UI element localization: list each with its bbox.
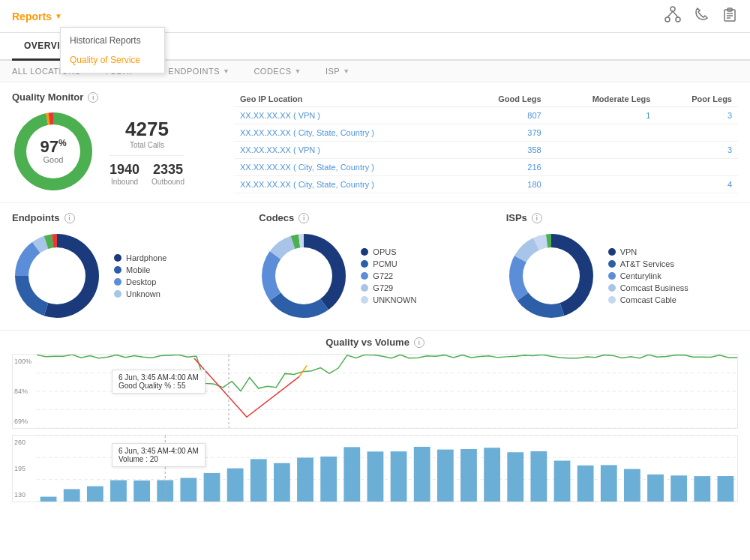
- codecs-donut: [259, 231, 349, 321]
- endpoints-legend: HardphoneMobileDesktopUnknown: [114, 253, 166, 298]
- clipboard-icon[interactable]: [722, 6, 738, 26]
- legend-dot: [361, 296, 368, 304]
- quality-monitor-info-icon[interactable]: i: [88, 92, 98, 103]
- svg-point-1: [665, 17, 670, 22]
- legend-item: Comcast Cable: [608, 295, 688, 304]
- qm-content: 97% Good 4275 Total Calls 1940 Inbound: [12, 110, 222, 193]
- legend-label: G722: [373, 271, 393, 280]
- codecs-panel: Codecs i OPUSPCMUG722G729UNKNOWN: [259, 212, 490, 321]
- inbound-stat: 1940 Inbound: [110, 162, 140, 186]
- total-calls-number: 4275: [110, 118, 184, 141]
- good-legs-cell: 180: [461, 176, 547, 193]
- legend-dot: [114, 266, 122, 274]
- quality-of-service-item[interactable]: Quality of Service: [61, 50, 164, 70]
- middle-section: Endpoints i HardphoneMobileDesktopUnknow…: [0, 203, 750, 331]
- poor-legs-cell: 4: [656, 176, 738, 193]
- endpoints-donut: [12, 231, 102, 321]
- legend-item: UNKNOWN: [361, 295, 416, 304]
- legend-label: VPN: [620, 247, 638, 256]
- legend-label: Hardphone: [126, 253, 166, 262]
- geo-location-cell: XX.XX.XX.XX ( VPN ): [234, 107, 461, 124]
- historical-reports-item[interactable]: Historical Reports: [61, 31, 164, 50]
- volume-chart-area: 6 Jun, 3:45 AM-4:00 AM Volume : 20: [37, 436, 737, 502]
- legend-item: Mobile: [114, 265, 166, 274]
- legend-label: Unknown: [126, 289, 160, 298]
- legend-label: OPUS: [373, 247, 396, 256]
- legend-dot: [608, 260, 616, 268]
- legend-item: Unknown: [114, 289, 166, 298]
- total-calls: 4275 Total Calls: [110, 118, 184, 156]
- table-row: XX.XX.XX.XX ( City, State, Country ) 379: [234, 124, 738, 142]
- isps-panel: ISPs i VPNAT&T ServicesCenturylinkComcas…: [506, 212, 738, 321]
- volume-y-labels: 260 195 130: [13, 436, 37, 502]
- quality-chart: 100% 84% 69% 6 Jun, 3:45 AM-4:00 AM Good…: [12, 354, 738, 429]
- legend-item: Comcast Business: [608, 283, 688, 292]
- header: Reports Historical Reports Quality of Se…: [0, 0, 750, 33]
- filter-endpoints[interactable]: ENDPOINTS ▼: [168, 67, 230, 76]
- svg-line-3: [668, 11, 673, 17]
- reports-button[interactable]: Reports: [12, 10, 62, 22]
- geo-location-header: Geo IP Location: [234, 91, 461, 107]
- legend-item: PCMU: [361, 259, 416, 268]
- inbound-outbound: 1940 Inbound 2335 Outbound: [110, 162, 184, 186]
- geo-table: Geo IP Location Good Legs Moderate Legs …: [234, 91, 738, 193]
- isps-title: ISPs i: [506, 212, 738, 223]
- inbound-label: Inbound: [110, 178, 140, 186]
- quality-y-labels: 100% 84% 69%: [13, 355, 37, 428]
- legend-label: G729: [373, 283, 393, 292]
- legend-item: VPN: [608, 247, 688, 256]
- isps-donut: [506, 231, 596, 321]
- donut-center-label: 97% Good: [40, 139, 66, 164]
- legend-dot: [114, 278, 122, 286]
- legend-label: PCMU: [373, 259, 397, 268]
- table-row: XX.XX.XX.XX ( VPN ) 358 3: [234, 142, 738, 159]
- isps-info-icon[interactable]: i: [532, 213, 542, 223]
- moderate-legs-cell: [548, 159, 657, 176]
- quality-donut: 97% Good: [12, 110, 94, 193]
- quality-good-label: Good: [40, 155, 66, 164]
- legend-label: Comcast Cable: [620, 295, 676, 304]
- codecs-donut-row: OPUSPCMUG722G729UNKNOWN: [259, 231, 490, 321]
- table-row: XX.XX.XX.XX ( VPN ) 807 1 3: [234, 107, 738, 124]
- legend-label: UNKNOWN: [373, 295, 416, 304]
- good-legs-header: Good Legs: [461, 91, 547, 107]
- moderate-legs-cell: [548, 142, 657, 159]
- filter-codecs[interactable]: CODECS ▼: [254, 67, 301, 76]
- endpoints-panel: Endpoints i HardphoneMobileDesktopUnknow…: [12, 212, 244, 321]
- poor-legs-cell: 3: [656, 107, 738, 124]
- legend-dot: [361, 272, 368, 280]
- reports-dropdown: Historical Reports Quality of Service: [60, 27, 165, 73]
- legend-item: G729: [361, 283, 416, 292]
- filter-isp[interactable]: ISP ▼: [326, 67, 350, 76]
- legend-label: Comcast Business: [620, 283, 688, 292]
- moderate-legs-cell: 1: [548, 107, 657, 124]
- quality-chart-area: 6 Jun, 3:45 AM-4:00 AM Good Quality % : …: [37, 355, 737, 428]
- good-legs-cell: 807: [461, 107, 547, 124]
- main-content: Quality Monitor i 97% Good 4275 Total Ca…: [0, 82, 750, 553]
- table-row: XX.XX.XX.XX ( City, State, Country ) 216: [234, 159, 738, 176]
- network-icon[interactable]: [664, 6, 681, 26]
- chevron-down-icon: ▼: [223, 67, 230, 75]
- phone-icon[interactable]: [693, 6, 710, 26]
- legend-dot: [361, 248, 368, 256]
- endpoints-title: Endpoints i: [12, 212, 244, 223]
- legend-dot: [114, 254, 122, 262]
- codecs-legend: OPUSPCMUG722G729UNKNOWN: [361, 247, 416, 304]
- quality-percentage: 97%: [40, 139, 66, 155]
- legend-label: Mobile: [126, 265, 150, 274]
- outbound-stat: 2335 Outbound: [152, 162, 184, 186]
- total-calls-label: Total Calls: [110, 141, 184, 149]
- quality-vs-volume-info-icon[interactable]: i: [414, 337, 424, 348]
- poor-legs-cell: 3: [656, 142, 738, 159]
- moderate-legs-header: Moderate Legs: [548, 91, 657, 107]
- header-icons: [664, 6, 738, 26]
- legend-dot: [361, 284, 368, 292]
- legend-item: AT&T Services: [608, 259, 688, 268]
- endpoints-info-icon[interactable]: i: [64, 213, 75, 223]
- svg-line-4: [673, 11, 678, 17]
- outbound-label: Outbound: [152, 178, 184, 186]
- legend-item: OPUS: [361, 247, 416, 256]
- legend-dot: [608, 296, 616, 304]
- codecs-info-icon[interactable]: i: [298, 213, 309, 223]
- legend-label: Desktop: [126, 277, 156, 286]
